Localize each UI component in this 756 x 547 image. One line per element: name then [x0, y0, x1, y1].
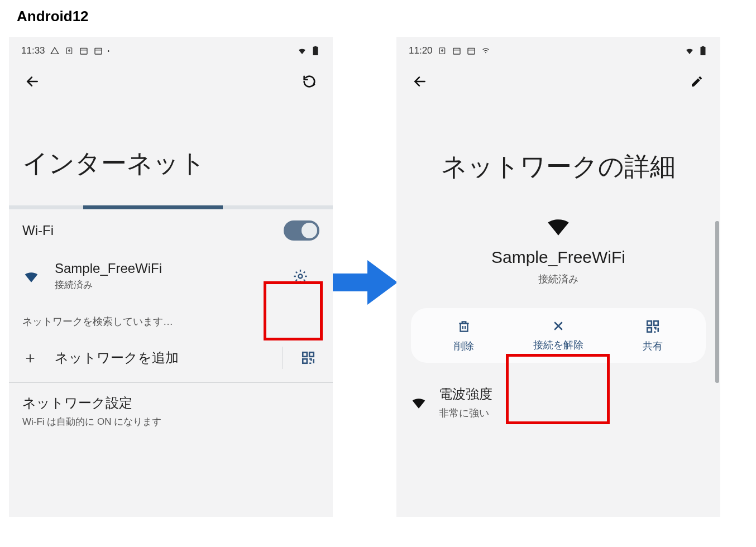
download-icon [437, 46, 447, 56]
svg-rect-16 [648, 321, 652, 325]
calendar-icon-2 [466, 46, 476, 56]
wifi-icon [22, 267, 40, 285]
refresh-settings-icon[interactable] [298, 70, 320, 93]
calendar-icon [452, 46, 462, 56]
wifi-toggle[interactable] [284, 220, 319, 241]
svg-rect-2 [95, 48, 102, 54]
svg-rect-10 [453, 48, 460, 54]
back-button[interactable] [21, 70, 44, 93]
svg-rect-11 [468, 48, 475, 54]
signal-label: 電波強度 [439, 385, 492, 403]
arrow-right-icon [333, 257, 398, 308]
network-summary: Sample_FreeWiFi 接続済み [396, 212, 720, 286]
screen-network-detail: 11:20 [396, 37, 720, 517]
screen-internet: 11:33 • [9, 37, 333, 517]
add-network-row[interactable]: ＋ ネットワークを追加 [9, 333, 333, 382]
wifi-network-row[interactable]: Sample_FreeWiFi 接続済み [9, 248, 333, 304]
page-title: ネットワークの詳細 [396, 98, 720, 212]
network-settings-subtitle: Wi-Fi は自動的に ON になります [22, 415, 319, 428]
svg-rect-14 [702, 46, 704, 47]
svg-point-12 [485, 52, 486, 53]
trash-icon [457, 319, 471, 334]
loading-progress [9, 205, 333, 209]
wifi-label: Wi-Fi [22, 223, 284, 238]
calendar-icon [79, 46, 89, 56]
app-bar [396, 65, 720, 98]
svg-rect-8 [303, 359, 307, 363]
network-ssid: Sample_FreeWiFi [396, 248, 720, 267]
network-status: 接続済み [55, 279, 289, 291]
network-ssid: Sample_FreeWiFi [55, 261, 289, 276]
status-bar: 11:33 • [9, 37, 333, 65]
delete-button[interactable]: 削除 [417, 319, 511, 353]
svg-rect-17 [654, 321, 658, 325]
wifi-toggle-row[interactable]: Wi-Fi [9, 209, 333, 248]
share-label: 共有 [643, 339, 663, 353]
plus-icon: ＋ [22, 347, 55, 368]
close-icon [552, 319, 565, 333]
calendar-icon-2 [93, 46, 103, 56]
page-label: Android12 [17, 8, 89, 25]
edit-button[interactable] [686, 70, 708, 93]
svg-rect-3 [313, 47, 318, 55]
more-dot-icon: • [108, 48, 110, 54]
battery-icon [310, 46, 320, 56]
svg-rect-1 [80, 48, 87, 54]
add-network-label: ネットワークを追加 [55, 349, 283, 367]
status-time: 11:20 [409, 45, 433, 56]
scrollbar-thumb[interactable] [715, 221, 719, 383]
wifi-status-icon [685, 46, 695, 56]
svg-rect-6 [303, 352, 307, 357]
app-bar [9, 65, 333, 98]
page-title: インターネット [9, 98, 333, 205]
scanning-hint: ネットワークを検索しています… [9, 304, 333, 333]
download-icon [64, 46, 74, 56]
disconnect-button[interactable]: 接続を解除 [511, 319, 605, 353]
wifi-small-icon [481, 46, 491, 56]
battery-icon [698, 46, 708, 56]
network-settings-title: ネットワーク設定 [22, 394, 319, 412]
svg-rect-4 [314, 46, 317, 47]
action-bar: 削除 接続を解除 共有 [411, 308, 706, 363]
svg-rect-18 [648, 328, 652, 332]
back-button[interactable] [409, 70, 431, 93]
svg-point-5 [299, 274, 303, 278]
signal-value: 非常に強い [439, 406, 492, 420]
wifi-status-icon [297, 46, 307, 56]
network-settings-gear-button[interactable] [289, 265, 312, 287]
svg-rect-7 [309, 352, 314, 357]
add-network-qr-button[interactable] [283, 347, 333, 369]
svg-rect-15 [460, 324, 467, 332]
status-time: 11:33 [21, 45, 45, 56]
delete-label: 削除 [454, 339, 474, 353]
network-status: 接続済み [396, 272, 720, 286]
signal-strength-row[interactable]: 電波強度 非常に強い [396, 363, 720, 420]
wifi-icon [410, 394, 428, 411]
status-bar: 11:20 [396, 37, 720, 65]
qr-icon [645, 319, 660, 334]
disconnect-label: 接続を解除 [533, 338, 583, 352]
network-settings-row[interactable]: ネットワーク設定 Wi-Fi は自動的に ON になります [9, 383, 333, 445]
svg-rect-13 [701, 47, 706, 55]
share-button[interactable]: 共有 [606, 319, 700, 353]
drive-icon [50, 46, 60, 56]
wifi-icon [544, 212, 572, 240]
